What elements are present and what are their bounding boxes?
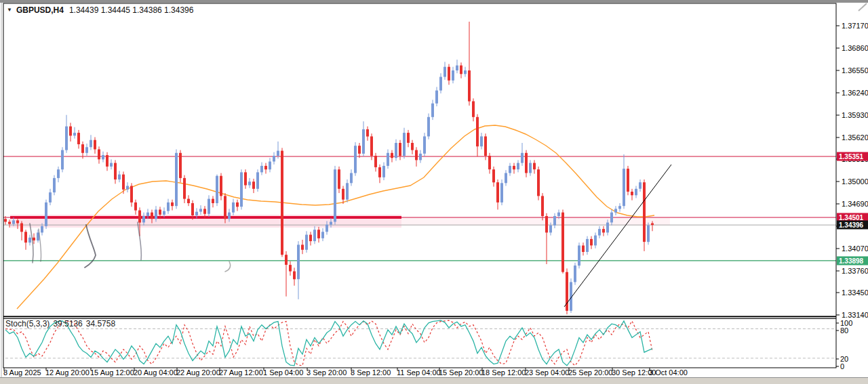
candle-body	[643, 182, 646, 242]
symbol-dropdown-icon[interactable]: ▼	[7, 7, 12, 13]
candle-body	[557, 213, 560, 216]
candle-body	[256, 172, 259, 188]
candle-body	[191, 203, 194, 215]
candle-body	[586, 239, 589, 252]
time-tick-label: 1 Sep 04:00	[263, 368, 303, 377]
freehand-mark-1	[30, 223, 33, 263]
chart-frame	[3, 3, 836, 368]
candle-body	[203, 209, 206, 213]
time-tick-label: 27 Aug 12:00	[219, 368, 263, 377]
candle-body	[435, 91, 438, 104]
time-tick-label: 22 Aug 20:00	[176, 368, 220, 377]
resize-corner-icon[interactable]	[859, 3, 867, 11]
price-badge-label-support: 1.33898	[839, 257, 864, 265]
candle-body	[232, 202, 235, 213]
window-top-edge	[0, 0, 868, 3]
candle-body	[57, 169, 60, 178]
price-tick-label: 1.36860	[842, 44, 868, 52]
freehand-mark-3	[85, 225, 96, 268]
candle-body	[269, 162, 271, 170]
candle-body	[427, 117, 430, 137]
time-tick-label: 18 Sep 12:00	[481, 368, 526, 377]
candle-body	[41, 226, 43, 233]
candle-body	[574, 265, 576, 282]
candle-body	[606, 223, 609, 233]
candle-body	[216, 176, 218, 203]
candle-body	[49, 192, 52, 202]
candle-body	[248, 182, 251, 185]
price-tick-label: 1.33450	[842, 289, 868, 297]
candle-body	[167, 202, 170, 211]
candle-body	[456, 66, 458, 70]
candle-body	[94, 140, 96, 150]
candle-body	[305, 235, 308, 250]
candle-body	[350, 173, 353, 184]
candle-body	[500, 183, 503, 202]
trendline[interactable]	[564, 165, 671, 307]
candle-body	[297, 244, 300, 279]
candle-body	[407, 133, 410, 143]
candle-body	[183, 178, 186, 199]
candle-body	[114, 163, 117, 179]
candle-body	[651, 223, 654, 226]
candle-body	[4, 219, 7, 221]
candle-body	[521, 153, 524, 163]
candle-body	[391, 153, 393, 158]
candle-body	[220, 176, 222, 196]
candle-body	[399, 143, 401, 156]
candle-body	[28, 238, 31, 242]
stoch-tick-label: 80	[840, 326, 848, 335]
candle-body	[460, 66, 462, 74]
candle-body	[480, 136, 483, 146]
candle-body	[8, 222, 11, 224]
candle-body	[354, 146, 357, 173]
candle-body	[289, 265, 292, 272]
candle-body	[342, 189, 344, 200]
price-tick-label: 1.33140	[842, 311, 868, 319]
candle-body	[309, 235, 312, 242]
candle-body	[419, 154, 422, 161]
candle-body	[16, 220, 19, 223]
candle-body	[179, 153, 182, 178]
candle-body	[631, 192, 633, 195]
candle-body	[403, 133, 406, 156]
candle-body	[623, 169, 625, 206]
price-tick-label: 1.36240	[842, 89, 868, 97]
candle-body	[468, 70, 471, 102]
candle-body	[488, 156, 491, 169]
candle-body	[509, 166, 511, 173]
candle-body	[134, 202, 137, 211]
candle-body	[415, 150, 418, 161]
time-tick-label: 23 Sep 04:00	[525, 368, 569, 377]
candle-body	[90, 140, 92, 148]
candle-body	[358, 146, 361, 154]
candle-body	[614, 209, 617, 212]
price-badge-label-mid-level: 1.34501	[839, 214, 864, 221]
candle-body	[423, 136, 426, 153]
candle-body	[273, 156, 275, 162]
candle-body	[439, 77, 442, 91]
candle-body	[635, 189, 637, 196]
candle-body	[484, 136, 487, 156]
pane-separator[interactable]	[3, 316, 836, 318]
price-tick-label: 1.33760	[842, 267, 868, 275]
candle-body	[431, 104, 434, 117]
candle-body	[236, 202, 239, 207]
candle-body	[374, 156, 377, 167]
price-badge-label-resistance: 1.35351	[839, 153, 864, 161]
candle-body	[618, 206, 621, 209]
candle-body	[159, 210, 161, 215]
candle-body	[73, 133, 76, 135]
candle-body	[69, 127, 72, 136]
candle-body	[448, 67, 450, 81]
candle-body	[411, 143, 414, 150]
candle-body	[106, 155, 108, 167]
candle-body	[370, 136, 373, 156]
chart-window: 1.371701.368601.365501.362401.359301.356…	[0, 0, 868, 384]
time-tick-label: 11 Sep 04:00	[397, 368, 441, 377]
candle-body	[647, 226, 650, 242]
candle-body	[260, 166, 263, 173]
candle-body	[639, 182, 642, 189]
candle-body	[224, 196, 226, 219]
chart-canvas[interactable]: 1.371701.368601.365501.362401.359301.356…	[0, 0, 868, 384]
